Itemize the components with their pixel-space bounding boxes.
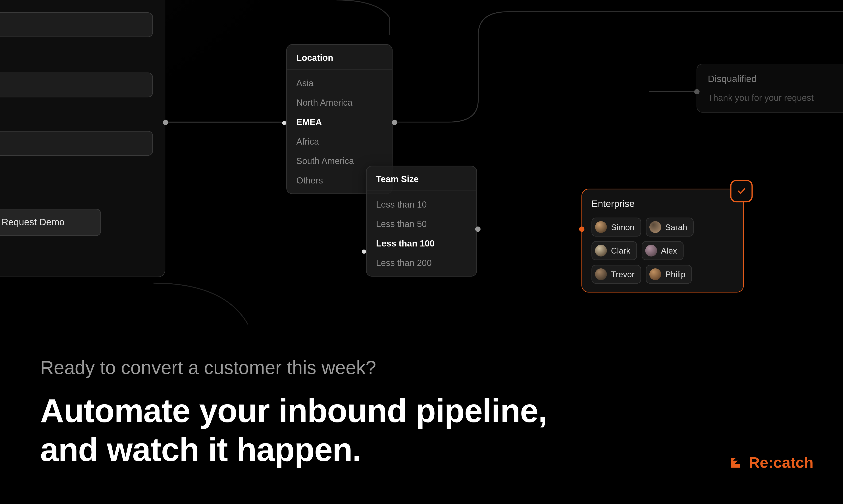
- teamsize-item[interactable]: Less than 50: [367, 214, 476, 234]
- enterprise-node: Enterprise SimonSarahClarkAlexTrevorPhil…: [582, 189, 744, 293]
- disqualified-node: Disqualified Thank you for your request: [696, 64, 843, 112]
- disqualified-in-dot: [694, 89, 700, 94]
- logo-text: Re:catch: [749, 454, 813, 472]
- form-size-label: ze: [0, 115, 153, 125]
- location-header: Location: [287, 45, 392, 70]
- teamsize-item[interactable]: Less than 100: [367, 234, 476, 253]
- teamsize-item[interactable]: Less than 10: [367, 195, 476, 214]
- person-chip[interactable]: Sarah: [646, 218, 694, 236]
- person-chip[interactable]: Simon: [591, 218, 641, 236]
- teamsize-header: Team Size: [367, 166, 476, 191]
- person-chip[interactable]: Trevor: [591, 265, 641, 284]
- form-input-1[interactable]: [0, 12, 153, 37]
- location-item[interactable]: North America: [287, 93, 392, 112]
- logo: Re:catch: [728, 454, 813, 472]
- request-demo-form: ze Request Demo: [0, 0, 165, 277]
- location-item[interactable]: Asia: [287, 73, 392, 93]
- form-input-size[interactable]: [0, 131, 153, 156]
- form-input-2[interactable]: [0, 72, 153, 97]
- teamsize-item[interactable]: Less than 200: [367, 253, 476, 273]
- avatar: [645, 245, 657, 256]
- person-name: Trevor: [611, 269, 635, 279]
- person-name: Alex: [661, 246, 677, 255]
- person-name: Simon: [611, 222, 634, 232]
- person-name: Clark: [611, 246, 630, 255]
- person-name: Sarah: [665, 222, 687, 232]
- request-demo-label: Request Demo: [2, 217, 65, 228]
- avatar: [649, 268, 661, 280]
- person-chip[interactable]: Clark: [591, 241, 637, 260]
- logo-icon: [728, 455, 743, 470]
- avatar: [649, 221, 661, 233]
- disqualified-title: Disqualified: [708, 74, 843, 85]
- person-chip[interactable]: Philip: [646, 265, 692, 284]
- enterprise-title: Enterprise: [591, 199, 734, 209]
- hero-text: Ready to convert a customer this week? A…: [40, 357, 689, 469]
- location-in-dot: [282, 121, 286, 125]
- disqualified-body: Thank you for your request: [708, 93, 843, 103]
- location-out-dot: [392, 120, 397, 125]
- location-item[interactable]: Africa: [287, 131, 392, 151]
- avatar: [595, 268, 607, 280]
- check-icon: [730, 180, 753, 202]
- person-name: Philip: [665, 269, 686, 279]
- location-item[interactable]: EMEA: [287, 112, 392, 131]
- avatar: [595, 221, 607, 233]
- enterprise-in-dot: [579, 227, 584, 232]
- teamsize-node: Team Size Less than 10Less than 50Less t…: [366, 166, 477, 277]
- person-chip[interactable]: Alex: [641, 241, 684, 260]
- teamsize-out-dot: [475, 227, 481, 232]
- teamsize-in-dot: [362, 250, 366, 254]
- hero-headline: Automate your inbound pipeline,and watch…: [40, 392, 689, 469]
- request-demo-button[interactable]: Request Demo: [0, 209, 101, 236]
- hero-subtitle: Ready to convert a customer this week?: [40, 357, 689, 379]
- avatar: [595, 245, 607, 256]
- connection-dot: [163, 120, 168, 125]
